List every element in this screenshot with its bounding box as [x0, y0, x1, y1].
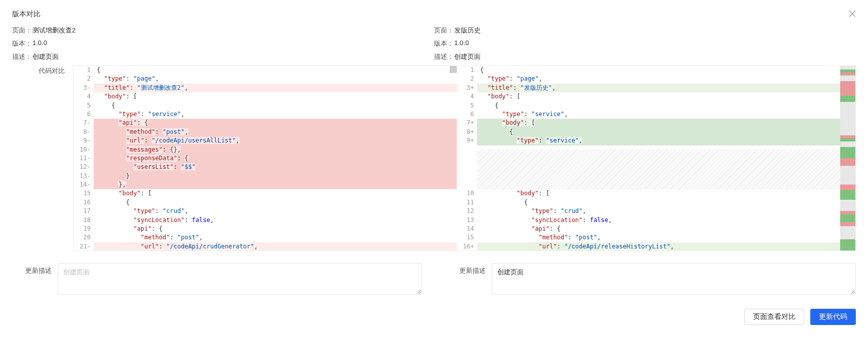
right-version-value: 1.0.0 [454, 39, 469, 48]
right-update-desc-label: 更新描述 [446, 263, 492, 295]
diff-left-pane[interactable]: 123-4567-8-9-10-11-12-13-14-151617181920… [73, 66, 457, 250]
left-version-label: 版本： [12, 39, 32, 48]
right-desc-value: 创建页面 [454, 52, 481, 61]
dialog-header: 版本对比 [12, 8, 856, 26]
diff-label: 代码对比 [12, 65, 73, 251]
right-page-label: 页面： [434, 26, 454, 35]
close-icon[interactable] [849, 8, 856, 20]
left-page-label: 页面： [12, 26, 32, 35]
scrollbar-thumb[interactable] [450, 66, 457, 73]
diff-overview-ruler[interactable] [840, 66, 855, 250]
left-page-value: 测试增删改查2 [32, 26, 75, 35]
left-desc-value: 创建页面 [32, 52, 59, 61]
left-update-desc-input[interactable] [58, 263, 422, 295]
left-update-desc-label: 更新描述 [12, 263, 58, 295]
dialog-title: 版本对比 [12, 10, 41, 19]
compare-page-button[interactable]: 页面查看对比 [744, 309, 804, 325]
right-desc-label: 描述： [434, 52, 454, 61]
right-version-label: 版本： [434, 39, 454, 48]
right-update-desc-input[interactable] [492, 263, 856, 295]
diff-editor[interactable]: 123-4567-8-9-10-11-12-13-14-151617181920… [73, 65, 856, 251]
left-version-value: 1.0.0 [32, 39, 47, 48]
diff-right-pane[interactable]: 123+4567+8+9+10111213141516+ { "type": "… [457, 66, 840, 250]
right-page-value: 发版历史 [454, 26, 481, 35]
left-desc-label: 描述： [12, 52, 32, 61]
update-code-button[interactable]: 更新代码 [810, 309, 856, 325]
